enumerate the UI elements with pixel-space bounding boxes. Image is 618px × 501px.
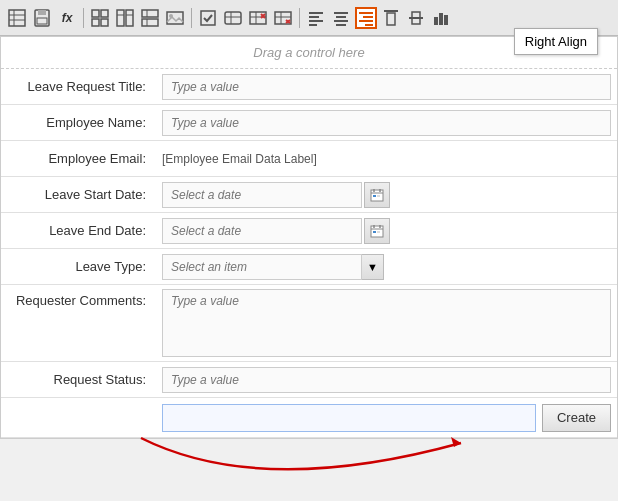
leave-end-date-row: Leave End Date: bbox=[1, 213, 617, 249]
form-container: Drag a control here Leave Request Title:… bbox=[0, 36, 618, 439]
divider-1 bbox=[83, 8, 84, 28]
svg-rect-65 bbox=[377, 231, 380, 233]
employee-email-control: [Employee Email Data Label] bbox=[156, 147, 617, 170]
create-button[interactable]: Create bbox=[542, 404, 611, 432]
svg-rect-5 bbox=[38, 10, 46, 15]
leave-type-input[interactable] bbox=[162, 254, 362, 280]
align-left-icon[interactable] bbox=[305, 7, 327, 29]
link-icon[interactable] bbox=[222, 7, 244, 29]
employee-name-row: Employee Name: bbox=[1, 105, 617, 141]
svg-rect-7 bbox=[92, 10, 99, 17]
svg-rect-8 bbox=[101, 10, 108, 17]
svg-rect-58 bbox=[373, 195, 376, 197]
delete-row-icon[interactable] bbox=[272, 7, 294, 29]
requester-comments-control bbox=[156, 285, 617, 361]
checkbox-icon[interactable] bbox=[197, 7, 219, 29]
leave-end-date-label: Leave End Date: bbox=[1, 217, 156, 244]
button-text-input[interactable] bbox=[162, 404, 536, 432]
save-icon[interactable] bbox=[31, 7, 53, 29]
align-center-icon[interactable] bbox=[330, 7, 352, 29]
svg-rect-21 bbox=[201, 11, 215, 25]
chart-bar-icon[interactable] bbox=[430, 7, 452, 29]
valign-mid-icon[interactable] bbox=[405, 7, 427, 29]
leave-start-date-input[interactable] bbox=[162, 182, 362, 208]
leave-type-label: Leave Type: bbox=[1, 253, 156, 280]
tooltip: Right Align bbox=[514, 28, 598, 55]
request-status-label: Request Status: bbox=[1, 366, 156, 393]
svg-rect-6 bbox=[37, 18, 47, 24]
employee-email-row: Employee Email: [Employee Email Data Lab… bbox=[1, 141, 617, 177]
insert-col-icon[interactable] bbox=[114, 7, 136, 29]
valign-top-icon[interactable] bbox=[380, 7, 402, 29]
insert-grid-icon[interactable] bbox=[89, 7, 111, 29]
svg-rect-0 bbox=[9, 10, 25, 26]
fx-icon[interactable]: fx bbox=[56, 7, 78, 29]
svg-rect-48 bbox=[387, 13, 395, 25]
requester-comments-label: Requester Comments: bbox=[1, 285, 156, 314]
leave-request-title-control bbox=[156, 70, 617, 104]
svg-rect-22 bbox=[225, 12, 241, 24]
leave-start-date-row: Leave Start Date: bbox=[1, 177, 617, 213]
svg-rect-16 bbox=[142, 19, 158, 26]
align-right-icon[interactable] bbox=[355, 7, 377, 29]
button-control-area: Create bbox=[156, 400, 617, 436]
request-status-row: Request Status: bbox=[1, 362, 617, 398]
button-row: Create bbox=[1, 398, 617, 438]
dropdown-wrapper: ▼ bbox=[162, 254, 611, 280]
end-date-calendar-button[interactable] bbox=[364, 218, 390, 244]
arrow-svg bbox=[61, 433, 541, 493]
tooltip-label: Right Align bbox=[525, 34, 587, 49]
svg-rect-15 bbox=[142, 10, 158, 17]
svg-rect-59 bbox=[377, 195, 380, 197]
leave-type-control: ▼ bbox=[156, 250, 617, 284]
date-wrapper-end bbox=[162, 218, 611, 244]
svg-rect-51 bbox=[434, 17, 438, 25]
leave-end-date-input[interactable] bbox=[162, 218, 362, 244]
employee-name-control bbox=[156, 106, 617, 140]
leave-request-title-input[interactable] bbox=[162, 74, 611, 100]
leave-start-date-control bbox=[156, 178, 617, 212]
image-icon[interactable] bbox=[164, 7, 186, 29]
employee-name-input[interactable] bbox=[162, 110, 611, 136]
svg-marker-66 bbox=[451, 437, 461, 447]
divider-3 bbox=[299, 8, 300, 28]
table-icon[interactable] bbox=[6, 7, 28, 29]
leave-type-dropdown-button[interactable]: ▼ bbox=[362, 254, 384, 280]
svg-rect-12 bbox=[126, 10, 133, 26]
leave-request-title-label: Leave Request Title: bbox=[1, 73, 156, 100]
button-label-area bbox=[1, 412, 156, 424]
start-date-calendar-button[interactable] bbox=[364, 182, 390, 208]
svg-rect-52 bbox=[439, 13, 443, 25]
button-section: Create bbox=[1, 398, 617, 438]
request-status-control bbox=[156, 363, 617, 397]
request-status-input[interactable] bbox=[162, 367, 611, 393]
employee-name-label: Employee Name: bbox=[1, 109, 156, 136]
drag-text: Drag a control here bbox=[253, 45, 364, 60]
toolbar: fx bbox=[0, 0, 618, 36]
leave-request-title-row: Leave Request Title: bbox=[1, 69, 617, 105]
svg-rect-11 bbox=[117, 10, 124, 26]
requester-comments-row: Requester Comments: bbox=[1, 285, 617, 362]
leave-type-row: Leave Type: ▼ bbox=[1, 249, 617, 285]
svg-rect-53 bbox=[444, 15, 448, 25]
svg-rect-9 bbox=[92, 19, 99, 26]
divider-2 bbox=[191, 8, 192, 28]
requester-comments-input[interactable] bbox=[162, 289, 611, 357]
delete-col-icon[interactable] bbox=[247, 7, 269, 29]
insert-row-icon[interactable] bbox=[139, 7, 161, 29]
svg-rect-10 bbox=[101, 19, 108, 26]
svg-rect-19 bbox=[167, 12, 183, 24]
svg-rect-64 bbox=[373, 231, 376, 233]
employee-email-label: Employee Email: bbox=[1, 145, 156, 172]
leave-start-date-label: Leave Start Date: bbox=[1, 181, 156, 208]
employee-email-value: [Employee Email Data Label] bbox=[162, 152, 317, 166]
date-wrapper-start bbox=[162, 182, 611, 208]
leave-end-date-control bbox=[156, 214, 617, 248]
